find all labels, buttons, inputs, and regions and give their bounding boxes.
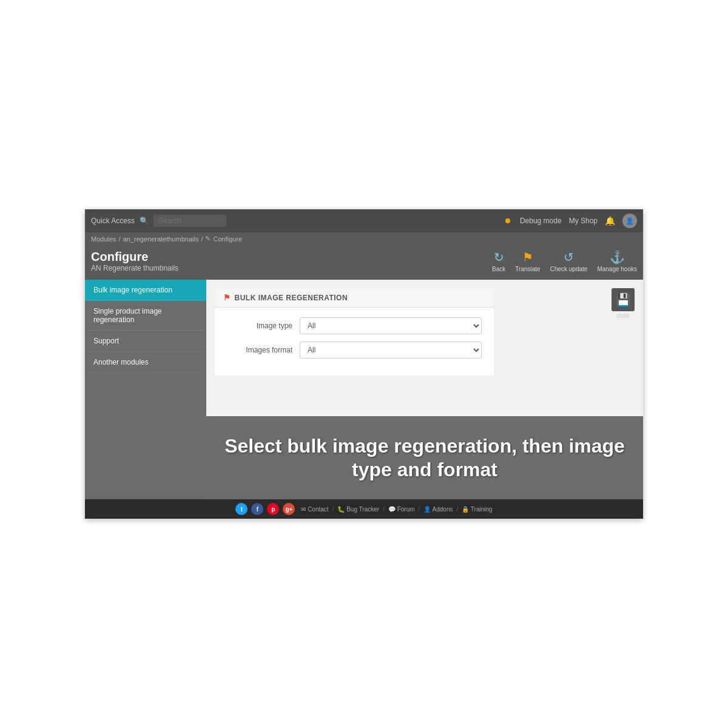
pinterest-icon[interactable]: p — [267, 503, 279, 515]
quick-access-btn[interactable]: Quick Access — [91, 217, 135, 225]
image-type-row: Image type All Products Categories — [227, 317, 482, 334]
breadcrumb-icon: ✎ — [205, 235, 211, 243]
breadcrumb-sep2: / — [201, 235, 203, 243]
translate-icon: ⚑ — [522, 250, 533, 265]
images-format-label: Images format — [227, 346, 300, 354]
footer-contact[interactable]: ✉ Contact — [301, 506, 328, 513]
content-panel: ⚑ BULK IMAGE REGENERATION Image type All… — [206, 280, 643, 499]
footer-addons[interactable]: 👤 Addons — [423, 506, 453, 513]
sidebar-item-bulk[interactable]: Bulk image regeneration — [85, 280, 206, 301]
twitter-icon[interactable]: t — [235, 503, 248, 515]
images-format-select[interactable]: All JPEG PNG — [300, 342, 482, 359]
save-area: 💾 state — [612, 288, 635, 319]
page-title-block: Configure AN Regenerate thumbnails — [91, 250, 178, 272]
overlay-heading: Select bulk image regeneration, then ima… — [218, 434, 631, 481]
image-type-select[interactable]: All Products Categories — [300, 317, 482, 334]
breadcrumb-sep1: / — [119, 235, 121, 243]
back-button[interactable]: ↻ Back — [492, 250, 505, 272]
nav-right: Debug mode My Shop 🔔 👤 — [505, 214, 637, 228]
breadcrumb-configure[interactable]: Configure — [213, 235, 242, 243]
refresh-icon: ↺ — [564, 250, 574, 265]
panel-title: BULK IMAGE REGENERATION — [235, 294, 348, 302]
sidebar-item-support[interactable]: Support — [85, 331, 206, 352]
bell-icon[interactable]: 🔔 — [605, 216, 615, 226]
sidebar-item-support-label: Support — [93, 337, 119, 345]
sep2: / — [383, 506, 385, 513]
translate-label: Translate — [515, 266, 540, 272]
manage-hooks-button[interactable]: ⚓ Manage hooks — [597, 250, 637, 272]
save-label: state — [616, 312, 630, 319]
image-type-label: Image type — [227, 322, 300, 330]
body-area: Bulk image regeneration Single product i… — [85, 280, 643, 499]
breadcrumb: Modules / an_regeneratethumbnails / ✎ Co… — [85, 232, 643, 245]
page-header: Configure AN Regenerate thumbnails ↻ Bac… — [85, 245, 643, 280]
overlay-text-area: Select bulk image regeneration, then ima… — [206, 416, 643, 499]
manage-hooks-label: Manage hooks — [597, 266, 637, 272]
save-button[interactable]: 💾 — [612, 288, 635, 311]
magnifier-icon: 🔍 — [140, 217, 149, 225]
page-title: Configure — [91, 250, 178, 264]
footer-training[interactable]: 🔒 Training — [462, 506, 492, 513]
back-label: Back — [492, 266, 505, 272]
breadcrumb-module-id[interactable]: an_regeneratethumbnails — [123, 235, 199, 243]
sep3: / — [419, 506, 420, 513]
panel-body: Image type All Products Categories Image… — [215, 308, 494, 376]
gplus-icon[interactable]: g+ — [283, 503, 295, 515]
sep4: / — [456, 506, 458, 513]
footer-forum[interactable]: 💬 Forum — [388, 506, 415, 513]
debug-mode-label: Debug mode — [520, 217, 562, 225]
sidebar: Bulk image regeneration Single product i… — [85, 280, 206, 499]
user-avatar[interactable]: 👤 — [622, 214, 637, 228]
my-shop-label[interactable]: My Shop — [569, 217, 598, 225]
debug-dot — [505, 218, 510, 223]
footer-links: ✉ Contact / 🐛 Bug Tracker / 💬 Forum / 👤 … — [301, 506, 492, 513]
page-subtitle: AN Regenerate thumbnails — [91, 264, 178, 272]
social-links: t f p g+ — [235, 503, 295, 515]
breadcrumb-modules[interactable]: Modules — [91, 235, 116, 243]
sidebar-item-bulk-label: Bulk image regeneration — [93, 286, 172, 294]
facebook-icon[interactable]: f — [251, 503, 263, 515]
sep1: / — [332, 506, 334, 513]
translate-button[interactable]: ⚑ Translate — [515, 250, 540, 272]
sidebar-item-single-label: Single product image regeneration — [93, 307, 162, 324]
panel-header: ⚑ BULK IMAGE REGENERATION — [215, 288, 494, 308]
sidebar-item-another[interactable]: Another modules — [85, 352, 206, 373]
nav-left: Quick Access 🔍 — [91, 215, 226, 227]
panel-card: ⚑ BULK IMAGE REGENERATION Image type All… — [215, 288, 494, 376]
sidebar-item-another-label: Another modules — [93, 358, 149, 366]
back-icon: ↻ — [494, 250, 504, 265]
bookmark-icon: ⚑ — [223, 293, 231, 302]
top-navigation: Quick Access 🔍 Debug mode My Shop 🔔 👤 — [85, 209, 643, 232]
check-update-label: Check update — [550, 266, 588, 272]
search-input[interactable] — [153, 215, 226, 227]
sidebar-item-single[interactable]: Single product image regeneration — [85, 301, 206, 331]
check-update-button[interactable]: ↺ Check update — [550, 250, 588, 272]
images-format-row: Images format All JPEG PNG — [227, 342, 482, 359]
floppy-icon: 💾 — [616, 292, 631, 307]
anchor-icon: ⚓ — [610, 250, 625, 265]
footer: t f p g+ ✉ Contact / 🐛 Bug Tracker / 💬 F… — [85, 499, 643, 519]
footer-bugtracker[interactable]: 🐛 Bug Tracker — [337, 506, 379, 513]
page-actions: ↻ Back ⚑ Translate ↺ Check update ⚓ Mana… — [492, 250, 637, 272]
